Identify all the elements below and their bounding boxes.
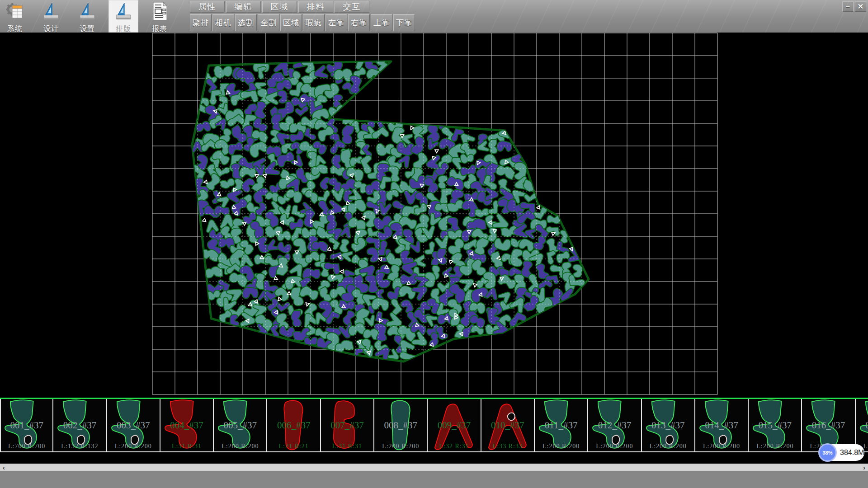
toolbar: 系统设计设置排版报表 属性编辑区域排料交互 聚排相机选割全割区域瑕疵左靠右靠上靠… <box>0 0 868 33</box>
window-controls: – ✕ <box>842 1 866 12</box>
piece-thumbnail-8[interactable]: 008_#37L:200 R:200 <box>374 399 428 452</box>
mode-button-1[interactable]: 系统 <box>0 0 30 33</box>
piece-thumbnail-11[interactable]: 011_#37L:200 R:200 <box>535 399 588 452</box>
piece-id-label: 007_#37 <box>321 420 373 431</box>
design-ruler-icon <box>41 1 61 23</box>
piece-thumbnail-2[interactable]: 002_#37L:132 R:132 <box>53 399 107 452</box>
bottom-filler-bar <box>0 471 868 488</box>
minimize-button[interactable]: – <box>842 1 854 12</box>
piece-thumbnail-13[interactable]: 013_#37L:200 R:200 <box>642 399 695 452</box>
report-doc-icon <box>150 1 170 23</box>
piece-count-label: L:700 R:700 <box>1 443 52 450</box>
scroll-right-icon[interactable]: › <box>863 464 865 471</box>
piece-thumbnail-15[interactable]: 015_#37L:200 R:200 <box>749 399 802 452</box>
piece-thumbnail-14[interactable]: 014_#37L:200 R:200 <box>695 399 749 452</box>
action-button-9[interactable]: 上靠 <box>371 14 392 31</box>
piece-id-label: 002_#37 <box>53 420 106 431</box>
settings-ruler-icon <box>77 1 97 23</box>
piece-thumbnail-1[interactable]: 001_#37L:700 R:700 <box>0 399 53 452</box>
piece-count-label: L:200 R:200 <box>749 443 801 450</box>
thumbnail-strip-footer <box>0 453 868 464</box>
piece-thumbnail-9[interactable]: 009_#37L:32 R:31 <box>428 399 481 452</box>
mode-button-3[interactable]: 设置 <box>72 0 102 33</box>
action-button-1[interactable]: 聚排 <box>190 14 212 31</box>
cpu-percent-badge: 38% <box>818 443 837 462</box>
nesting-ruler-icon <box>113 1 133 23</box>
menu-tab-5[interactable]: 交互 <box>335 1 369 13</box>
nesting-canvas[interactable] <box>0 33 868 398</box>
piece-id-label: 011_#37 <box>535 420 587 431</box>
piece-id-label: 012_#37 <box>588 420 641 431</box>
action-buttons: 聚排相机选割全割区域瑕疵左靠右靠上靠下靠 <box>190 14 416 31</box>
piece-thumbnail-12[interactable]: 012_#37L:200 R:200 <box>588 399 642 452</box>
memory-value: 384.8M <box>840 444 864 461</box>
app-window: 系统设计设置排版报表 属性编辑区域排料交互 聚排相机选割全割区域瑕疵左靠右靠上靠… <box>0 0 868 488</box>
piece-count-label: L:200 R:200 <box>642 443 694 450</box>
piece-id-label: 017_#37 <box>856 420 868 431</box>
action-button-6[interactable]: 瑕疵 <box>303 14 325 31</box>
memory-usage-bubble[interactable]: 38% 384.8M <box>819 444 864 461</box>
piece-id-label: 008_#37 <box>374 420 427 431</box>
piece-count-label: L:200 R:200 <box>588 443 641 450</box>
horizontal-scrollbar[interactable]: ‹ › <box>0 464 868 471</box>
close-button[interactable]: ✕ <box>855 1 866 12</box>
piece-count-label: L:21 R:21 <box>267 443 320 450</box>
menu-tab-4[interactable]: 排料 <box>298 1 333 13</box>
piece-id-label: 013_#37 <box>642 420 694 431</box>
piece-id-label: 004_#37 <box>160 420 213 431</box>
piece-id-label: 009_#37 <box>428 420 480 431</box>
action-button-7[interactable]: 左靠 <box>326 14 347 31</box>
main-mode-buttons: 系统设计设置排版报表 <box>0 0 181 33</box>
piece-thumbnail-4[interactable]: 004_#37L:31 R:31 <box>160 399 214 452</box>
piece-id-label: 016_#37 <box>802 420 854 431</box>
piece-thumbnail-7[interactable]: 007_#37L:31 R:31 <box>321 399 374 452</box>
menu-tabs: 属性编辑区域排料交互 <box>190 1 371 13</box>
mode-button-5[interactable]: 报表 <box>145 0 175 33</box>
piece-count-label: L:31 R:31 <box>160 443 213 450</box>
piece-id-label: 006_#37 <box>267 420 320 431</box>
menu-tab-3[interactable]: 区域 <box>262 1 297 13</box>
piece-id-label: 001_#37 <box>1 420 52 431</box>
action-button-8[interactable]: 右靠 <box>348 14 370 31</box>
piece-count-label: L:31 R:31 <box>321 443 373 450</box>
action-button-3[interactable]: 选割 <box>235 14 257 31</box>
menu-tab-2[interactable]: 编辑 <box>226 1 261 13</box>
piece-id-label: 003_#37 <box>107 420 160 431</box>
piece-thumbnail-5[interactable]: 005_#37L:200 R:200 <box>214 399 267 452</box>
action-button-5[interactable]: 区域 <box>280 14 302 31</box>
mode-button-4[interactable]: 排版 <box>108 0 138 33</box>
piece-id-label: 010_#37 <box>481 420 534 431</box>
piece-thumbnail-10[interactable]: 010_#37L:33 R:33 <box>481 399 535 452</box>
scroll-left-icon[interactable]: ‹ <box>3 464 5 471</box>
piece-count-label: L:200 R:200 <box>535 443 587 450</box>
piece-count-label: L:132 R:132 <box>53 443 106 450</box>
mode-button-2[interactable]: 设计 <box>36 0 66 33</box>
piece-thumbnail-strip: 001_#37L:700 R:700002_#37L:132 R:132003_… <box>0 399 868 453</box>
piece-count-label: L:32 R:31 <box>428 443 480 450</box>
piece-count-label: L:200 R:200 <box>107 443 160 450</box>
action-button-4[interactable]: 全割 <box>258 14 279 31</box>
action-button-2[interactable]: 相机 <box>212 14 234 31</box>
piece-id-label: 015_#37 <box>749 420 801 431</box>
action-button-10[interactable]: 下靠 <box>393 14 415 31</box>
menu-tab-1[interactable]: 属性 <box>190 1 225 13</box>
system-gear-icon <box>5 1 25 23</box>
piece-id-label: 014_#37 <box>695 420 748 431</box>
piece-count-label: L:200 R:200 <box>374 443 427 450</box>
piece-thumbnail-6[interactable]: 006_#37L:21 R:21 <box>267 399 321 452</box>
piece-count-label: L:33 R:33 <box>481 443 534 450</box>
piece-id-label: 005_#37 <box>214 420 266 431</box>
piece-thumbnail-3[interactable]: 003_#37L:200 R:200 <box>107 399 160 452</box>
piece-count-label: L:200 R:200 <box>695 443 748 450</box>
piece-count-label: L:200 R:200 <box>214 443 266 450</box>
